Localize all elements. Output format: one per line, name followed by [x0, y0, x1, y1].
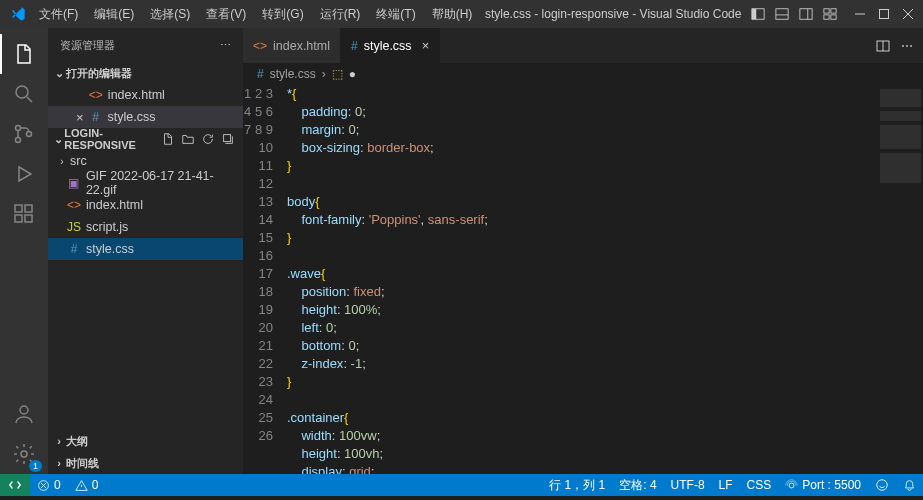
close-icon[interactable]: × — [422, 38, 430, 53]
more-icon[interactable]: ⋯ — [220, 39, 231, 52]
activity-explorer[interactable] — [0, 34, 48, 74]
html-file-icon: <> — [66, 198, 82, 212]
status-feedback-icon[interactable] — [868, 474, 896, 496]
activity-extensions[interactable] — [0, 194, 48, 234]
code-content[interactable]: *{ padding: 0; margin: 0; box-sizing: bo… — [287, 85, 873, 474]
status-liveserver[interactable]: Port : 5500 — [778, 474, 868, 496]
editor-tab[interactable]: #style.css× — [341, 28, 440, 63]
chevron-right-icon: › — [52, 435, 66, 447]
file-name: index.html — [108, 88, 165, 102]
status-errors[interactable]: 0 — [30, 474, 68, 496]
sidebar: 资源管理器 ⋯ ⌄ 打开的编辑器 ●<>index.html×#style.cs… — [48, 28, 243, 474]
file-name: style.css — [86, 242, 134, 256]
svg-rect-21 — [15, 215, 22, 222]
toggle-panel-left-icon[interactable] — [747, 3, 769, 25]
html-file-icon: <> — [253, 39, 267, 53]
svg-rect-7 — [824, 9, 829, 13]
breadcrumb-file: style.css — [270, 67, 316, 81]
timeline-section[interactable]: ›时间线 — [48, 452, 243, 474]
file-item[interactable]: <>index.html — [48, 194, 243, 216]
menu-item[interactable]: 终端(T) — [369, 3, 422, 26]
titlebar: 文件(F)编辑(E)选择(S)查看(V)转到(G)运行(R)终端(T)帮助(H)… — [0, 0, 923, 28]
customize-layout-icon[interactable] — [819, 3, 841, 25]
activity-source-control[interactable] — [0, 114, 48, 154]
status-encoding[interactable]: UTF-8 — [664, 474, 712, 496]
status-language[interactable]: CSS — [740, 474, 779, 496]
status-spaces[interactable]: 空格: 4 — [612, 474, 663, 496]
timeline-label: 时间线 — [66, 456, 99, 471]
tab-label: style.css — [364, 39, 412, 53]
status-warnings[interactable]: 0 — [68, 474, 106, 496]
statusbar: 0 0 行 1，列 1 空格: 4 UTF-8 LF CSS Port : 55… — [0, 474, 923, 496]
svg-rect-9 — [824, 15, 829, 19]
status-eol[interactable]: LF — [712, 474, 740, 496]
chevron-down-icon: ⌄ — [52, 133, 64, 146]
open-editors-section[interactable]: ⌄ 打开的编辑器 — [48, 62, 243, 84]
more-actions-icon[interactable]: ⋯ — [901, 39, 913, 53]
html-file-icon: <> — [88, 88, 104, 102]
tabbar: <>index.html#style.css× ⋯ — [243, 28, 923, 63]
menu-item[interactable]: 转到(G) — [255, 3, 310, 26]
outline-section[interactable]: ›大纲 — [48, 430, 243, 452]
file-item[interactable]: #style.css — [48, 238, 243, 260]
svg-line-16 — [27, 97, 32, 102]
gif-file-icon: ▣ — [66, 176, 82, 190]
file-item[interactable]: JSscript.js — [48, 216, 243, 238]
sidebar-header: 资源管理器 ⋯ — [48, 28, 243, 62]
code-editor[interactable]: 1 2 3 4 5 6 7 8 9 10 11 12 13 14 15 16 1… — [243, 85, 923, 474]
svg-rect-10 — [831, 15, 836, 19]
close-button[interactable] — [897, 3, 919, 25]
toggle-panel-right-icon[interactable] — [795, 3, 817, 25]
css-file-icon: # — [88, 110, 104, 124]
chevron-down-icon: ⌄ — [52, 67, 66, 80]
open-editor-item[interactable]: ●<>index.html — [48, 84, 243, 106]
minimize-button[interactable] — [849, 3, 871, 25]
split-editor-icon[interactable] — [875, 38, 891, 54]
menu-item[interactable]: 文件(F) — [32, 3, 85, 26]
menu-item[interactable]: 运行(R) — [313, 3, 368, 26]
svg-point-18 — [16, 138, 21, 143]
collapse-all-icon[interactable] — [221, 132, 235, 146]
close-icon[interactable]: × — [76, 110, 84, 125]
gutter: 1 2 3 4 5 6 7 8 9 10 11 12 13 14 15 16 1… — [243, 85, 287, 474]
status-bell-icon[interactable] — [896, 474, 923, 496]
editor-area: <>index.html#style.css× ⋯ # style.css › … — [243, 28, 923, 474]
sidebar-title: 资源管理器 — [60, 38, 115, 53]
svg-point-24 — [20, 406, 28, 414]
svg-point-34 — [877, 480, 888, 491]
svg-rect-22 — [25, 215, 32, 222]
breadcrumb-symbol-icon: ⬚ — [332, 67, 343, 81]
css-file-icon: # — [257, 67, 264, 81]
activity-search[interactable] — [0, 74, 48, 114]
refresh-icon[interactable] — [201, 132, 215, 146]
css-file-icon: # — [351, 39, 358, 53]
file-name: style.css — [108, 110, 156, 124]
svg-rect-5 — [800, 9, 812, 20]
menu-item[interactable]: 编辑(E) — [87, 3, 141, 26]
svg-point-25 — [21, 451, 27, 457]
remote-indicator[interactable] — [0, 474, 30, 496]
activity-settings[interactable]: 1 — [0, 434, 48, 474]
new-folder-icon[interactable] — [181, 132, 195, 146]
svg-rect-1 — [752, 9, 756, 20]
menu-item[interactable]: 帮助(H) — [425, 3, 480, 26]
menu-item[interactable]: 选择(S) — [143, 3, 197, 26]
activity-accounts[interactable] — [0, 394, 48, 434]
new-file-icon[interactable] — [161, 132, 175, 146]
file-item[interactable]: ▣GIF 2022-06-17 21-41-22.gif — [48, 172, 243, 194]
menu-item[interactable]: 查看(V) — [199, 3, 253, 26]
chevron-right-icon: › — [52, 457, 66, 469]
svg-point-15 — [16, 86, 28, 98]
breadcrumb[interactable]: # style.css › ⬚ ● — [243, 63, 923, 85]
folder-section[interactable]: ⌄ LOGIN-RESPONSIVE — [48, 128, 243, 150]
activity-run-debug[interactable] — [0, 154, 48, 194]
toggle-panel-bottom-icon[interactable] — [771, 3, 793, 25]
svg-point-33 — [789, 483, 794, 488]
editor-tab[interactable]: <>index.html — [243, 28, 341, 63]
status-ln-col[interactable]: 行 1，列 1 — [542, 474, 612, 496]
maximize-button[interactable] — [873, 3, 895, 25]
svg-rect-26 — [224, 135, 231, 142]
minimap[interactable] — [873, 85, 923, 474]
open-editor-item[interactable]: ×#style.css — [48, 106, 243, 128]
menubar: 文件(F)编辑(E)选择(S)查看(V)转到(G)运行(R)终端(T)帮助(H) — [32, 3, 479, 26]
